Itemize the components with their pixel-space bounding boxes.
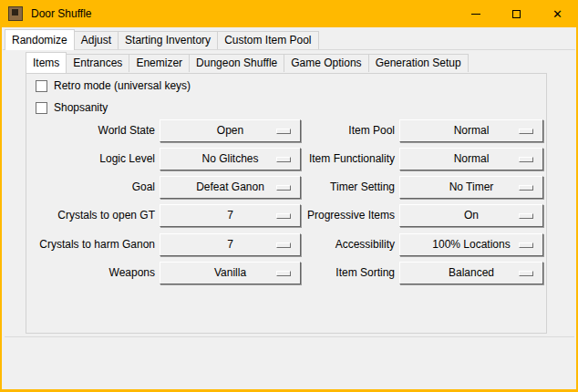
crystals-harm-ganon-label: Crystals to harm Ganon	[26, 233, 155, 256]
option-row: Goal Defeat Ganon Timer Setting No Timer	[26, 176, 546, 199]
logic-level-label: Logic Level	[26, 148, 155, 170]
accessibility-value: 100% Locations	[432, 234, 510, 255]
tab-adjust[interactable]: Adjust	[74, 31, 119, 49]
item-sorting-dropdown[interactable]: Balanced	[399, 262, 543, 284]
maximize-button[interactable]	[496, 0, 537, 27]
progressive-items-label: Progressive Items	[236, 204, 395, 227]
maximize-icon	[512, 10, 521, 18]
window-controls: ✕	[455, 0, 578, 27]
tab-generation-setup[interactable]: Generation Setup	[368, 54, 469, 72]
tab-items[interactable]: Items	[26, 52, 67, 73]
timer-setting-label: Timer Setting	[236, 176, 395, 199]
close-button[interactable]: ✕	[537, 0, 578, 27]
items-tab-page: Retro mode (universal keys) Shopsanity W…	[26, 73, 547, 334]
option-row: Crystals to open GT 7 Progressive Items …	[26, 204, 546, 227]
dropdown-indicator-icon	[519, 213, 533, 219]
minimize-button[interactable]	[455, 0, 496, 27]
tab-starting-inventory[interactable]: Starting Inventory	[118, 31, 218, 49]
option-row: Weapons Vanilla Item Sorting Balanced	[26, 262, 546, 284]
dropdown-indicator-icon	[519, 157, 533, 162]
dropdown-indicator-icon	[519, 129, 533, 134]
dropdown-indicator-icon	[519, 185, 533, 191]
item-pool-value: Normal	[454, 120, 490, 141]
item-sorting-label: Item Sorting	[236, 262, 395, 284]
crystals-open-gt-label: Crystals to open GT	[26, 204, 155, 227]
retro-mode-checkbox-row[interactable]: Retro mode (universal keys)	[36, 79, 191, 92]
item-pool-dropdown[interactable]: Normal	[399, 119, 543, 142]
item-sorting-value: Balanced	[449, 263, 494, 284]
goal-label: Goal	[26, 176, 155, 199]
item-pool-label: Item Pool	[236, 119, 395, 142]
tab-entrances[interactable]: Entrances	[66, 54, 129, 72]
progressive-items-dropdown[interactable]: On	[399, 204, 543, 227]
minimize-icon	[471, 14, 480, 15]
timer-setting-dropdown[interactable]: No Timer	[399, 176, 543, 199]
tab-dungeon-shuffle[interactable]: Dungeon Shuffle	[189, 54, 284, 72]
weapons-label: Weapons	[26, 262, 155, 284]
app-icon door-icon	[8, 6, 23, 21]
crystals-harm-ganon-value: 7	[227, 234, 233, 255]
item-functionality-dropdown[interactable]: Normal	[399, 148, 543, 170]
dropdown-indicator-icon	[519, 271, 533, 276]
dropdown-indicator-icon	[519, 242, 533, 248]
inner-tab-bar: Items Entrances Enemizer Dungeon Shuffle…	[26, 52, 469, 72]
tab-custom-item-pool[interactable]: Custom Item Pool	[217, 31, 318, 49]
world-state-label: World State	[26, 119, 155, 142]
shopsanity-checkbox[interactable]	[36, 102, 47, 114]
option-row: Logic Level No Glitches Item Functionali…	[26, 148, 546, 170]
retro-mode-checkbox[interactable]	[36, 80, 47, 92]
shopsanity-label: Shopsanity	[54, 101, 108, 114]
item-functionality-value: Normal	[454, 149, 490, 170]
accessibility-dropdown[interactable]: 100% Locations	[399, 233, 543, 256]
timer-setting-value: No Timer	[449, 177, 494, 198]
bottom-separator	[5, 336, 574, 337]
tab-game-options[interactable]: Game Options	[284, 54, 368, 72]
option-row: Crystals to harm Ganon 7 Accessibility 1…	[26, 233, 546, 256]
outer-tab-bar: Randomize Adjust Starting Inventory Cust…	[5, 29, 319, 49]
window-title: Door Shuffle	[31, 7, 92, 20]
accessibility-label: Accessibility	[236, 233, 395, 256]
tab-enemizer[interactable]: Enemizer	[129, 54, 190, 72]
crystals-open-gt-value: 7	[227, 205, 233, 226]
shopsanity-checkbox-row[interactable]: Shopsanity	[36, 101, 108, 114]
progressive-items-value: On	[464, 205, 479, 226]
item-functionality-label: Item Functionality	[236, 148, 395, 170]
option-row: World State Open Item Pool Normal	[26, 119, 546, 142]
close-icon: ✕	[552, 8, 563, 20]
retro-mode-label: Retro mode (universal keys)	[54, 79, 191, 92]
titlebar[interactable]: Door Shuffle ✕	[0, 0, 578, 27]
app-window: Door Shuffle ✕ Randomize Adjust Starting…	[0, 0, 578, 392]
tab-randomize[interactable]: Randomize	[5, 29, 75, 50]
